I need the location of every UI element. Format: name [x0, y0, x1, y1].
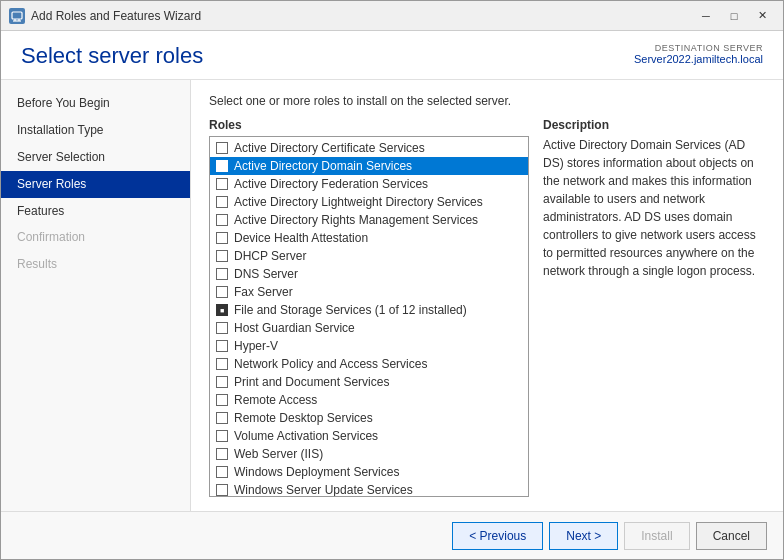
header-strip: Select server roles DESTINATION SERVER S… — [1, 31, 783, 80]
role-checkbox-dha — [216, 232, 228, 244]
role-item-ra[interactable]: Remote Access — [210, 391, 528, 409]
destination-server-info: DESTINATION SERVER Server2022.jamiltech.… — [634, 43, 763, 65]
role-checkbox-wds — [216, 466, 228, 478]
role-checkbox-dns — [216, 268, 228, 280]
sidebar: Before You BeginInstallation TypeServer … — [1, 80, 191, 511]
previous-button[interactable]: < Previous — [452, 522, 543, 550]
role-item-dha[interactable]: Device Health Attestation — [210, 229, 528, 247]
role-checkbox-dhcp — [216, 250, 228, 262]
role-item-npas[interactable]: Network Policy and Access Services — [210, 355, 528, 373]
sidebar-item-server-selection[interactable]: Server Selection — [1, 144, 190, 171]
role-name-fax: Fax Server — [234, 285, 293, 299]
sidebar-item-features[interactable]: Features — [1, 198, 190, 225]
role-name-adds: Active Directory Domain Services — [234, 159, 412, 173]
svg-rect-0 — [12, 12, 22, 19]
role-name-hgs: Host Guardian Service — [234, 321, 355, 335]
role-item-hyperv[interactable]: Hyper-V — [210, 337, 528, 355]
role-checkbox-npas — [216, 358, 228, 370]
role-name-pds: Print and Document Services — [234, 375, 389, 389]
role-name-hyperv: Hyper-V — [234, 339, 278, 353]
maximize-button[interactable]: □ — [721, 6, 747, 26]
description-column: Description Active Directory Domain Serv… — [543, 118, 765, 497]
role-name-dha: Device Health Attestation — [234, 231, 368, 245]
role-item-adlds[interactable]: Active Directory Lightweight Directory S… — [210, 193, 528, 211]
role-name-dns: DNS Server — [234, 267, 298, 281]
role-name-fstorage: File and Storage Services (1 of 12 insta… — [234, 303, 467, 317]
window-title: Add Roles and Features Wizard — [31, 9, 201, 23]
sidebar-item-confirmation: Confirmation — [1, 224, 190, 251]
role-name-rds: Remote Desktop Services — [234, 411, 373, 425]
role-item-fax[interactable]: Fax Server — [210, 283, 528, 301]
roles-label: Roles — [209, 118, 529, 132]
role-checkbox-iis — [216, 448, 228, 460]
role-item-adds[interactable]: Active Directory Domain Services — [210, 157, 528, 175]
role-checkbox-adds — [216, 160, 228, 172]
role-name-adrms: Active Directory Rights Management Servi… — [234, 213, 478, 227]
role-checkbox-rds — [216, 412, 228, 424]
role-checkbox-adfs — [216, 178, 228, 190]
role-name-npas: Network Policy and Access Services — [234, 357, 427, 371]
role-checkbox-ra — [216, 394, 228, 406]
main-content: Select one or more roles to install on t… — [191, 80, 783, 511]
role-checkbox-adrms — [216, 214, 228, 226]
role-name-ra: Remote Access — [234, 393, 317, 407]
role-item-adcs[interactable]: Active Directory Certificate Services — [210, 139, 528, 157]
page-title: Select server roles — [21, 43, 203, 69]
role-item-wds[interactable]: Windows Deployment Services — [210, 463, 528, 481]
role-checkbox-wsus — [216, 484, 228, 496]
main-area: Before You BeginInstallation TypeServer … — [1, 80, 783, 511]
role-name-adlds: Active Directory Lightweight Directory S… — [234, 195, 483, 209]
role-name-wsus: Windows Server Update Services — [234, 483, 413, 496]
role-checkbox-vas — [216, 430, 228, 442]
role-item-wsus[interactable]: Windows Server Update Services — [210, 481, 528, 496]
role-item-pds[interactable]: Print and Document Services — [210, 373, 528, 391]
sidebar-item-before-you-begin[interactable]: Before You Begin — [1, 90, 190, 117]
role-checkbox-fax — [216, 286, 228, 298]
role-item-adrms[interactable]: Active Directory Rights Management Servi… — [210, 211, 528, 229]
role-checkbox-adlds — [216, 196, 228, 208]
role-item-dns[interactable]: DNS Server — [210, 265, 528, 283]
role-name-vas: Volume Activation Services — [234, 429, 378, 443]
install-button: Install — [624, 522, 689, 550]
role-item-iis[interactable]: Web Server (IIS) — [210, 445, 528, 463]
roles-list[interactable]: Active Directory Certificate ServicesAct… — [210, 137, 528, 496]
role-checkbox-adcs — [216, 142, 228, 154]
next-button[interactable]: Next > — [549, 522, 618, 550]
role-item-hgs[interactable]: Host Guardian Service — [210, 319, 528, 337]
minimize-button[interactable]: ─ — [693, 6, 719, 26]
server-name: Server2022.jamiltech.local — [634, 53, 763, 65]
role-item-vas[interactable]: Volume Activation Services — [210, 427, 528, 445]
sidebar-item-results: Results — [1, 251, 190, 278]
role-item-fstorage[interactable]: ■File and Storage Services (1 of 12 inst… — [210, 301, 528, 319]
main-window: Add Roles and Features Wizard ─ □ ✕ Sele… — [0, 0, 784, 560]
role-checkbox-pds — [216, 376, 228, 388]
destination-label: DESTINATION SERVER — [634, 43, 763, 53]
app-icon — [9, 8, 25, 24]
description-text: Active Directory Domain Services (AD DS)… — [543, 136, 765, 280]
sidebar-item-server-roles[interactable]: Server Roles — [1, 171, 190, 198]
role-checkbox-hgs — [216, 322, 228, 334]
role-item-adfs[interactable]: Active Directory Federation Services — [210, 175, 528, 193]
close-button[interactable]: ✕ — [749, 6, 775, 26]
role-item-rds[interactable]: Remote Desktop Services — [210, 409, 528, 427]
role-name-iis: Web Server (IIS) — [234, 447, 323, 461]
instruction-text: Select one or more roles to install on t… — [209, 94, 765, 108]
role-checkbox-fstorage: ■ — [216, 304, 228, 316]
titlebar: Add Roles and Features Wizard ─ □ ✕ — [1, 1, 783, 31]
role-item-dhcp[interactable]: DHCP Server — [210, 247, 528, 265]
cancel-button[interactable]: Cancel — [696, 522, 767, 550]
sidebar-item-installation-type[interactable]: Installation Type — [1, 117, 190, 144]
description-label: Description — [543, 118, 765, 132]
role-name-adcs: Active Directory Certificate Services — [234, 141, 425, 155]
roles-area: Roles Active Directory Certificate Servi… — [209, 118, 765, 497]
titlebar-left: Add Roles and Features Wizard — [9, 8, 201, 24]
window-controls: ─ □ ✕ — [693, 6, 775, 26]
roles-column: Roles Active Directory Certificate Servi… — [209, 118, 529, 497]
role-checkbox-hyperv — [216, 340, 228, 352]
footer: < Previous Next > Install Cancel — [1, 511, 783, 559]
role-name-adfs: Active Directory Federation Services — [234, 177, 428, 191]
role-name-dhcp: DHCP Server — [234, 249, 306, 263]
role-name-wds: Windows Deployment Services — [234, 465, 399, 479]
roles-list-container: Active Directory Certificate ServicesAct… — [209, 136, 529, 497]
